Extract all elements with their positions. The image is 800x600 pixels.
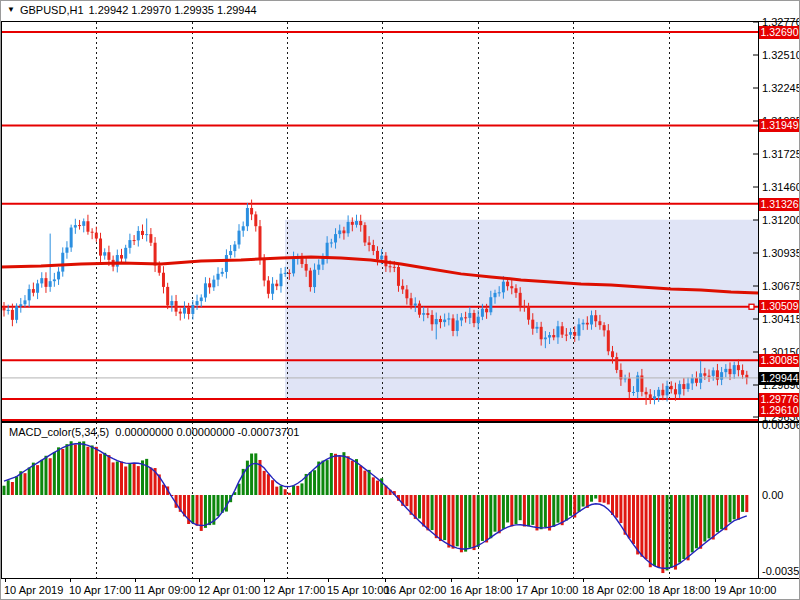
candle-body: [57, 272, 60, 280]
line-drag-handle[interactable]: [749, 304, 754, 309]
candle-body: [11, 310, 14, 320]
macd-histogram-bar: [208, 495, 211, 525]
macd-histogram-bar: [628, 495, 631, 538]
candle-body: [439, 319, 442, 322]
macd-histogram-bar: [300, 483, 303, 495]
candle-body: [254, 214, 257, 226]
macd-histogram-bar: [607, 495, 610, 504]
macd-histogram-bar: [531, 495, 534, 525]
candle-body: [586, 323, 589, 325]
macd-histogram-bar: [296, 486, 299, 495]
candle-body: [229, 251, 232, 255]
macd-histogram-bar: [326, 460, 329, 495]
macd-histogram-bar: [523, 495, 526, 527]
level-price-badge[interactable]: 1.32690: [759, 26, 800, 39]
level-price-badge[interactable]: 1.31949: [759, 119, 800, 132]
price-tick-label: 1.31200: [762, 214, 800, 226]
candle-body: [452, 318, 455, 331]
candle-body: [309, 271, 312, 287]
macd-histogram-bar: [116, 461, 119, 495]
macd-histogram-bar: [582, 495, 585, 507]
candle-body: [540, 327, 543, 339]
candle-body: [175, 301, 178, 312]
candle-body: [703, 373, 706, 375]
macd-histogram-bar: [556, 495, 559, 523]
macd-histogram-bar: [733, 495, 736, 519]
level-price-badge[interactable]: 1.30509: [759, 300, 800, 313]
candle-body: [95, 233, 98, 239]
macd-histogram-bar: [691, 495, 694, 552]
candle-body: [691, 378, 694, 383]
candle-body: [598, 321, 601, 325]
macd-histogram-bar: [510, 495, 513, 526]
macd-histogram-bar: [217, 495, 220, 516]
macd-histogram-bar: [44, 456, 47, 495]
candle-body: [628, 378, 631, 392]
macd-histogram-bar: [514, 495, 517, 524]
candle-body: [225, 255, 228, 272]
macd-histogram-bar: [657, 495, 660, 567]
date-label: 16 Apr 02:00: [384, 584, 446, 596]
candle-body: [447, 318, 450, 319]
date-label: 16 Apr 18:00: [450, 584, 512, 596]
macd-histogram-bar: [729, 495, 732, 522]
candle-body: [99, 239, 102, 256]
chart-canvas[interactable]: [1, 1, 800, 600]
candle-body: [372, 245, 375, 251]
macd-histogram-bar: [447, 495, 450, 548]
macd-histogram-bar: [431, 495, 434, 530]
price-tick-label: 1.30415: [762, 313, 800, 325]
macd-histogram-bar: [741, 495, 744, 512]
macd-histogram-bar: [124, 466, 127, 495]
macd-histogram-bar: [590, 495, 593, 502]
candle-body: [7, 310, 10, 311]
macd-histogram-bar: [70, 441, 73, 495]
candle-body: [300, 258, 303, 264]
macd-histogram-bar: [263, 471, 266, 495]
candle-body: [519, 293, 522, 306]
macd-histogram-bar: [439, 495, 442, 541]
macd-histogram-bar: [86, 447, 89, 495]
macd-histogram-bar: [670, 495, 673, 567]
candle-body: [737, 365, 740, 370]
macd-histogram-bar: [666, 495, 669, 570]
macd-histogram-bar: [141, 460, 144, 495]
date-label: 18 Apr 02:00: [582, 584, 644, 596]
level-price-badge[interactable]: 1.30085: [759, 354, 800, 367]
candle-body: [661, 390, 664, 396]
candle-body: [397, 267, 400, 286]
chart-dropdown-icon[interactable]: ▼: [7, 5, 15, 15]
macd-histogram-bar: [49, 458, 52, 495]
candle-body: [91, 232, 94, 233]
candle-body: [275, 284, 278, 287]
current-price-badge: 1.29944: [759, 372, 800, 385]
macd-histogram-bar: [708, 495, 711, 538]
candle-body: [514, 288, 517, 293]
macd-histogram-bar: [271, 480, 274, 495]
level-price-badge[interactable]: 1.31326: [759, 198, 800, 211]
macd-histogram-bar: [275, 487, 278, 495]
level-price-badge[interactable]: 1.29610: [759, 404, 800, 417]
macd-histogram-bar: [254, 453, 257, 495]
candle-body: [510, 286, 513, 288]
date-label: 15 Apr 10:00: [327, 584, 389, 596]
bottom-border: [1, 578, 800, 579]
candle-body: [422, 313, 425, 315]
candle-body: [460, 317, 463, 320]
candle-body: [544, 338, 547, 340]
macd-histogram-bar: [321, 461, 324, 495]
macd-histogram-bar: [78, 442, 81, 495]
candle-body: [49, 281, 52, 287]
candle-body: [246, 208, 249, 226]
price-tick-label: 1.32510: [762, 49, 800, 61]
macd-histogram-bar: [351, 461, 354, 495]
candle-body: [435, 319, 438, 324]
macd-histogram-bar: [745, 495, 748, 512]
candle-body: [78, 225, 81, 226]
candle-body: [32, 289, 35, 293]
candle-body: [607, 330, 610, 351]
date-label: 18 Apr 18:00: [648, 584, 710, 596]
candle-body: [494, 293, 497, 297]
price-tick-label: 1.31460: [762, 181, 800, 193]
macd-histogram-bar: [619, 495, 622, 523]
